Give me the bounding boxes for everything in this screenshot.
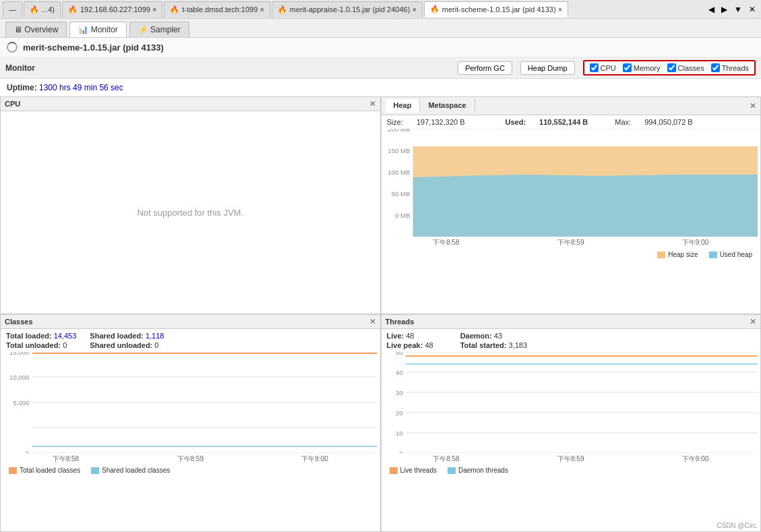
checkboxes-panel: CPU Memory Classes Threads bbox=[583, 60, 756, 76]
classes-close-btn[interactable]: ✕ bbox=[369, 317, 376, 326]
watermark: CSDN @Circ. bbox=[717, 522, 758, 529]
svg-text:10,000: 10,000 bbox=[9, 374, 29, 381]
tab-3[interactable]: 🔥 t-table.dmsd.tech:1099 × bbox=[164, 1, 270, 18]
title-bar: merit-scheme-1.0.15.jar (pid 4133) bbox=[0, 38, 761, 57]
used-label: Used: bbox=[506, 118, 526, 126]
svg-marker-12 bbox=[413, 175, 758, 237]
tab-monitor[interactable]: 📊 Monitor bbox=[69, 22, 126, 37]
used-heap-legend: Used heap bbox=[709, 251, 752, 258]
tab-5-label: merit-scheme-1.0.15.jar (pid 4133) × bbox=[442, 5, 562, 13]
threads-checkbox-input[interactable] bbox=[711, 63, 720, 72]
cpu-not-supported-text: Not supported for this JVM. bbox=[1, 111, 380, 314]
threads-checkbox[interactable]: Threads bbox=[711, 63, 749, 72]
classes-panel-header: Classes ✕ bbox=[1, 315, 380, 329]
monitor-header: Monitor Perform GC Heap Dump CPU Memory bbox=[0, 57, 761, 79]
sampler-icon: ⚡ bbox=[138, 25, 148, 34]
metaspace-tab[interactable]: Metaspace bbox=[420, 99, 475, 113]
tab-4-icon: 🔥 bbox=[278, 5, 287, 14]
svg-text:0 MB: 0 MB bbox=[395, 212, 410, 219]
shared-loaded-value: 1,118 bbox=[146, 332, 164, 340]
used-heap-label: Used heap bbox=[720, 251, 752, 258]
svg-text:5,000: 5,000 bbox=[13, 400, 29, 407]
tab-prev-btn[interactable]: ◀ bbox=[706, 3, 717, 16]
classes-checkbox-input[interactable] bbox=[667, 63, 676, 72]
tab-next-btn[interactable]: ▶ bbox=[719, 3, 730, 16]
tab-overview[interactable]: 🖥 Overview bbox=[5, 22, 67, 37]
classes-legend: Total loaded classes Shared loaded class… bbox=[3, 465, 377, 475]
total-classes-label: Total loaded classes bbox=[20, 467, 80, 474]
cpu-checkbox[interactable]: CPU bbox=[590, 63, 616, 72]
svg-text:40: 40 bbox=[396, 370, 403, 376]
cpu-close-btn[interactable]: ✕ bbox=[369, 99, 376, 109]
threads-title: Threads bbox=[386, 318, 415, 326]
svg-text:100 MB: 100 MB bbox=[388, 169, 410, 176]
daemon-threads-label: Daemon threads bbox=[458, 467, 508, 474]
classes-x-2: 下午8:59 bbox=[177, 454, 204, 464]
threads-x-2: 下午8:59 bbox=[557, 454, 584, 464]
perform-gc-button[interactable]: Perform GC bbox=[458, 61, 512, 75]
tab-4[interactable]: 🔥 merit-appraise-1.0.15.jar (pid 24046) … bbox=[272, 1, 423, 18]
daemon-value: 43 bbox=[494, 332, 502, 340]
tab-5[interactable]: 🔥 merit-scheme-1.0.15.jar (pid 4133) × bbox=[424, 1, 568, 18]
monitor-section: Monitor Perform GC Heap Dump CPU Memory bbox=[0, 57, 761, 532]
shared-unloaded-value: 0 bbox=[154, 341, 158, 349]
classes-chart-svg: 15,000 10,000 5,000 0 bbox=[3, 352, 377, 453]
tab-3-label: t-table.dmsd.tech:1099 × bbox=[182, 5, 264, 13]
classes-checkbox[interactable]: Classes bbox=[667, 63, 704, 72]
svg-text:50 MB: 50 MB bbox=[391, 191, 410, 198]
uptime-value: 1300 hrs 49 min 56 sec bbox=[39, 83, 123, 92]
size-label: Size: bbox=[387, 118, 403, 126]
cpu-chart-body: Not supported for this JVM. bbox=[1, 111, 380, 314]
overview-icon: 🖥 bbox=[14, 25, 22, 34]
memory-checkbox[interactable]: Memory bbox=[623, 63, 661, 72]
total-started-label: Total started: bbox=[460, 341, 507, 349]
svg-text:50: 50 bbox=[396, 352, 403, 356]
tab-2[interactable]: 🔥 192.168.60.227:1099 × bbox=[62, 1, 162, 18]
minimize-icon: — bbox=[9, 5, 16, 13]
window-controls[interactable]: — bbox=[3, 1, 22, 18]
total-started-stat: Total started: 3,183 bbox=[460, 341, 527, 349]
cpu-panel: CPU ✕ Not supported for this JVM. bbox=[0, 96, 381, 314]
heap-size-legend: Heap size bbox=[657, 251, 698, 258]
total-unloaded-label: Total unloaded: bbox=[6, 341, 61, 349]
svg-text:15,000: 15,000 bbox=[9, 352, 29, 356]
monitor-icon: 📊 bbox=[78, 25, 88, 34]
daemon-threads-color bbox=[448, 467, 456, 474]
heap-dump-button[interactable]: Heap Dump bbox=[520, 61, 575, 75]
live-value: 48 bbox=[406, 332, 414, 340]
heap-tab[interactable]: Heap bbox=[386, 99, 421, 113]
classes-panel: Classes ✕ Total loaded: 14,453 Total unl… bbox=[0, 314, 381, 532]
daemon-label: Daemon: bbox=[460, 332, 492, 340]
daemon-threads-legend: Daemon threads bbox=[448, 467, 508, 474]
tab-sampler[interactable]: ⚡ Sampler bbox=[129, 22, 189, 37]
tab-5-icon: 🔥 bbox=[430, 5, 439, 13]
threads-chart-svg: 50 40 30 20 10 0 bbox=[384, 352, 758, 453]
used-heap-color bbox=[709, 252, 717, 258]
memory-close-btn[interactable]: ✕ bbox=[750, 101, 756, 111]
tab-1[interactable]: 🔥 ...4) bbox=[24, 1, 61, 18]
live-threads-color bbox=[390, 467, 398, 474]
heap-size-color bbox=[657, 252, 665, 258]
tab-close-btn[interactable]: ✕ bbox=[746, 3, 758, 16]
classes-x-axis: 下午8:58 下午8:59 下午9:00 bbox=[3, 453, 377, 465]
shared-classes-label: Shared loaded classes bbox=[102, 467, 170, 474]
svg-text:20: 20 bbox=[396, 410, 403, 417]
memory-checkbox-input[interactable] bbox=[623, 63, 632, 72]
memory-chart-container: 200 MB 150 MB 100 MB 50 MB 0 MB 下午8:58 下… bbox=[382, 129, 761, 314]
svg-text:200 MB: 200 MB bbox=[388, 129, 410, 133]
threads-close-btn[interactable]: ✕ bbox=[750, 317, 756, 326]
shared-loaded-label: Shared loaded: bbox=[90, 332, 143, 340]
total-loaded-value: 14,453 bbox=[54, 332, 77, 340]
tab-1-icon: 🔥 bbox=[30, 5, 39, 14]
heap-size-label: Heap size bbox=[668, 251, 698, 258]
threads-stat-group-2: Daemon: 43 Total started: 3,183 bbox=[460, 332, 527, 349]
threads-panel: Threads ✕ Live: 48 Live peak: 48 bbox=[381, 314, 762, 532]
live-threads-legend: Live threads bbox=[390, 467, 437, 474]
total-loaded-label: Total loaded: bbox=[6, 332, 52, 340]
live-peak-value: 48 bbox=[425, 341, 433, 349]
shared-unloaded-label: Shared unloaded: bbox=[90, 341, 152, 349]
classes-stats: Total loaded: 14,453 Total unloaded: 0 S… bbox=[1, 329, 380, 352]
tab-menu-btn[interactable]: ▼ bbox=[731, 3, 745, 16]
tab-2-icon: 🔥 bbox=[68, 5, 78, 14]
cpu-checkbox-input[interactable] bbox=[590, 63, 599, 72]
